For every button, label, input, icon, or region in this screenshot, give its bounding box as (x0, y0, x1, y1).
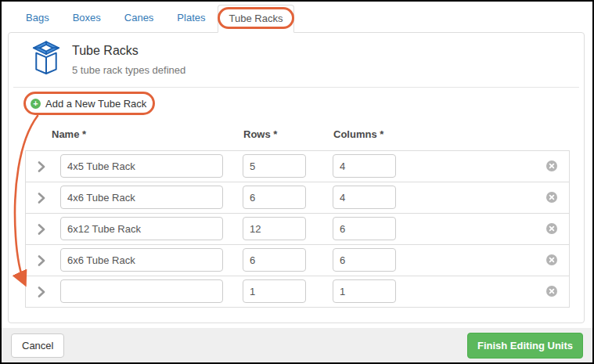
finish-editing-units-button[interactable]: Finish Editing Units (467, 333, 583, 359)
add-tube-rack-button[interactable]: + Add a New Tube Rack (31, 98, 146, 110)
rows-input[interactable] (243, 217, 306, 240)
unit-editor-window: Bags Boxes Canes Plates Tube Racks (0, 0, 594, 364)
column-header-rows: Rows * (243, 128, 277, 140)
column-header-name: Name * (52, 128, 86, 140)
tube-rack-table (25, 150, 570, 308)
panel-header: Tube Racks 5 tube rack types defined (31, 41, 185, 78)
name-input[interactable] (60, 248, 223, 272)
remove-row-icon[interactable] (546, 160, 557, 171)
columns-input[interactable] (333, 279, 396, 303)
table-row (26, 276, 569, 307)
tab-tube-racks-label: Tube Racks (229, 13, 283, 24)
tab-canes[interactable]: Canes (113, 5, 166, 33)
rows-input[interactable] (243, 186, 306, 209)
tab-tube-racks[interactable]: Tube Racks (218, 5, 295, 33)
footer-bar: Cancel Finish Editing Units (2, 328, 592, 362)
panel-title: Tube Racks (72, 44, 185, 58)
rows-input[interactable] (243, 154, 306, 178)
chevron-right-icon[interactable] (38, 193, 45, 207)
cancel-button[interactable]: Cancel (11, 333, 64, 358)
open-box-icon (31, 41, 62, 78)
tab-plates[interactable]: Plates (165, 5, 217, 33)
columns-input[interactable] (333, 248, 396, 272)
table-row (26, 151, 569, 182)
chevron-right-icon[interactable] (38, 161, 45, 175)
columns-input[interactable] (333, 186, 396, 209)
column-header-columns: Columns * (333, 128, 383, 140)
table-row (26, 214, 569, 245)
remove-row-icon[interactable] (546, 192, 557, 203)
name-input[interactable] (60, 154, 223, 178)
add-tube-rack-label: Add a New Tube Rack (45, 98, 146, 110)
table-row (26, 245, 569, 276)
remove-row-icon[interactable] (546, 254, 557, 265)
tube-racks-panel: Tube Racks 5 tube rack types defined + A… (8, 32, 585, 323)
columns-input[interactable] (333, 217, 396, 240)
tube-rack-table-body (26, 151, 569, 307)
panel-subtitle: 5 tube rack types defined (72, 64, 185, 76)
add-tube-rack-wrap: + Add a New Tube Rack (31, 98, 146, 110)
columns-input[interactable] (333, 154, 396, 178)
chevron-right-icon[interactable] (38, 224, 45, 238)
plus-circle-icon: + (31, 99, 41, 109)
chevron-right-icon[interactable] (38, 287, 45, 301)
remove-row-icon[interactable] (546, 223, 557, 234)
tab-bags[interactable]: Bags (14, 5, 61, 33)
rows-input[interactable] (243, 248, 306, 272)
chevron-right-icon[interactable] (38, 255, 45, 269)
tab-boxes[interactable]: Boxes (61, 5, 113, 33)
header-divider (13, 87, 579, 88)
panel-header-text: Tube Racks 5 tube rack types defined (72, 41, 185, 76)
unit-type-tabs: Bags Boxes Canes Plates Tube Racks (14, 5, 294, 33)
name-input[interactable] (60, 186, 223, 209)
remove-row-icon[interactable] (546, 286, 557, 297)
rows-input[interactable] (243, 279, 306, 303)
name-input[interactable] (60, 279, 223, 303)
name-input[interactable] (60, 217, 223, 240)
table-row (26, 182, 569, 214)
